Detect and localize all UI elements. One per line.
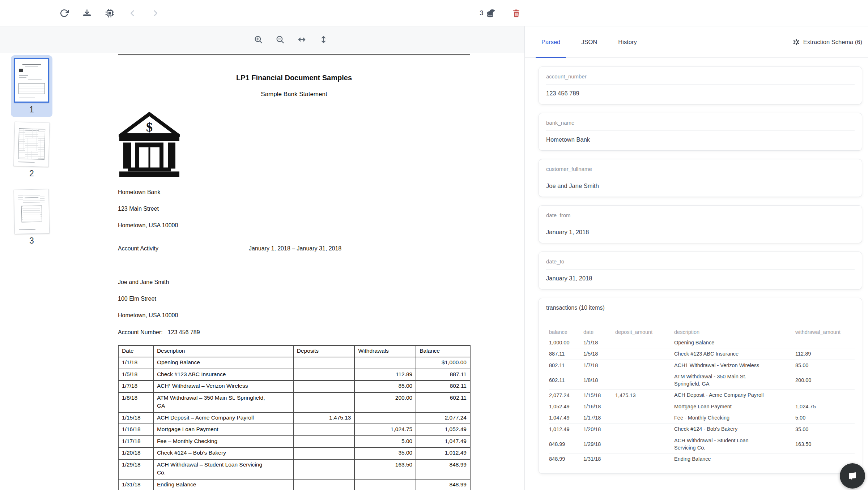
extraction-schema-button[interactable]: Extraction Schema (6) — [792, 26, 862, 57]
toolbar-left-group — [59, 0, 161, 26]
page-thumbnail-rail: 1 2 — [0, 53, 63, 490]
col-balance: balance — [549, 329, 583, 335]
download-button[interactable] — [81, 8, 92, 18]
transaction-row: 1,012.491/20/18Check #124 - Bob's Bakery… — [549, 424, 855, 435]
tab-parsed[interactable]: Parsed — [536, 26, 566, 57]
page-thumbnail-1[interactable]: 1 — [11, 55, 52, 117]
zoom-out-button[interactable] — [275, 35, 285, 45]
refresh-button[interactable] — [59, 8, 69, 18]
document-title: LP1 Financial Document Samples — [118, 74, 470, 82]
table-row: 1/8/18ATM Withdrawal – 350 Main St. Spri… — [118, 392, 470, 412]
tab-history[interactable]: History — [612, 26, 642, 57]
transactions-card[interactable]: transactions (10 items) balance date dep… — [539, 298, 862, 474]
previous-document-button[interactable] — [127, 8, 138, 18]
credits-count: 3 — [480, 9, 484, 17]
account-number-line: Account Number: 123 456 789 — [118, 329, 470, 336]
panel-tab-bar: Parsed JSON History — [525, 26, 868, 58]
top-toolbar: 3 — [0, 0, 868, 26]
chevron-left-icon — [128, 9, 137, 18]
zoom-in-button[interactable] — [253, 35, 263, 45]
field-label: date_to — [546, 258, 855, 270]
thumbnail-page-number: 2 — [29, 167, 34, 180]
customer-name-line: Joe and Jane Smith — [118, 279, 470, 285]
table-row: 1/16/18Mortgage Loan Payment1,024.751,05… — [118, 424, 470, 435]
field-label: customer_fullname — [546, 166, 855, 177]
fit-width-icon — [297, 35, 306, 44]
extraction-schema-label: Extraction Schema (6) — [803, 39, 862, 46]
field-card-date-from[interactable]: date_from January 1, 2018 — [539, 205, 862, 243]
thumbnail-page-number: 1 — [29, 103, 34, 116]
table-row: 1/7/18ACH¹ Withdrawal – Verizon Wireless… — [118, 381, 470, 392]
page-thumbnail-2[interactable]: 2 — [14, 122, 49, 180]
toolbar-right-group: 3 — [480, 0, 522, 26]
field-value: Joe and Jane Smith — [546, 177, 855, 189]
field-card-account-number[interactable]: account_number 123 456 789 — [539, 66, 862, 104]
customer-city-line: Hometown, USA 10000 — [118, 313, 470, 318]
bank-city-line: Hometown, USA 10000 — [118, 223, 470, 228]
transaction-row: 2,077.241/15/181,475.13ACH Deposit - Acm… — [549, 390, 855, 401]
tab-json[interactable]: JSON — [575, 26, 603, 57]
trash-icon — [512, 9, 521, 18]
field-card-date-to[interactable]: date_to January 31, 2018 — [539, 252, 862, 289]
fit-height-button[interactable] — [318, 35, 328, 45]
delete-document-button[interactable] — [511, 8, 522, 18]
bank-street-line: 123 Main Street — [118, 206, 470, 212]
transaction-row: 1,052.491/16/18Mortgage Loan Payment1,02… — [549, 401, 855, 412]
bank-building-icon: $ — [119, 112, 180, 179]
field-value: Hometown Bank — [546, 131, 855, 143]
account-activity-label: Account Activity — [118, 245, 158, 252]
next-document-button[interactable] — [150, 8, 161, 18]
table-row: 1/15/18ACH Deposit – Acme Company Payrol… — [118, 412, 470, 424]
extraction-panel: Parsed JSON History — [524, 26, 868, 490]
header-deposits: Deposits — [293, 345, 355, 357]
transaction-row: 848.991/31/18Ending Balance — [549, 454, 855, 464]
thumbnail-page-preview — [13, 121, 50, 167]
fit-width-button[interactable] — [297, 35, 307, 45]
chat-widget-button[interactable] — [840, 463, 865, 489]
field-value: January 1, 2018 — [546, 223, 855, 236]
thumbnail-page-preview — [14, 58, 49, 103]
transaction-row: 602.111/8/18ATM Withdrawal - 350 Main St… — [549, 371, 855, 390]
col-date: date — [583, 329, 615, 335]
table-row: 1/1/18Opening Balance$1,000.00 — [118, 357, 470, 369]
customer-street-line: 100 Elm Street — [118, 296, 470, 302]
transaction-row: 802.111/7/18ACH1 Withdrawal - Verizon Wi… — [549, 360, 855, 371]
header-balance: Balance — [416, 345, 470, 357]
table-row: 1/29/18ACH Withdrawal – Student Loan Ser… — [118, 459, 470, 479]
page-top-rule — [118, 54, 470, 55]
openai-logo-icon — [792, 38, 800, 46]
table-row: 1/17/18Fee – Monthly Checking5.001,047.4… — [118, 436, 470, 447]
thumbnail-page-preview — [14, 189, 50, 234]
thumbnail-page-number: 3 — [29, 234, 34, 248]
col-withdrawal-amount: withdrawal_amount — [795, 329, 855, 335]
table-row: 1/31/18Ending Balance848.99 — [118, 479, 470, 490]
field-card-bank-name[interactable]: bank_name Hometown Bank — [539, 113, 862, 151]
table-row: 1/20/18Check #124 – Bob’s Bakery35.001,0… — [118, 447, 470, 459]
transaction-row: 887.111/5/18Check #123 ABC Insurance112.… — [549, 348, 855, 360]
cpu-chip-icon — [105, 9, 114, 18]
statement-table: Date Description Deposits Withdrawals Ba… — [118, 345, 471, 490]
process-button[interactable] — [104, 8, 115, 18]
credits-counter: 3 — [480, 8, 496, 18]
transactions-title: transactions (10 items) — [546, 305, 855, 316]
page-thumbnail-3[interactable]: 3 — [14, 185, 49, 248]
transaction-row: 848.991/29/18ACH Withdrawal - Student Lo… — [549, 435, 855, 454]
document-canvas[interactable]: LP1 Financial Document Samples Sample Ba… — [63, 53, 524, 490]
chevron-right-icon — [151, 9, 160, 18]
col-description: description — [674, 329, 795, 335]
transactions-header-row: balance date deposit_amount description … — [549, 327, 855, 337]
chat-bubble-icon — [847, 470, 858, 482]
svg-text:$: $ — [146, 120, 153, 134]
field-card-customer-fullname[interactable]: customer_fullname Joe and Jane Smith — [539, 159, 862, 197]
refresh-icon — [60, 9, 69, 18]
statement-table-header-row: Date Description Deposits Withdrawals Ba… — [118, 345, 470, 357]
document-viewer: 1 2 — [0, 26, 524, 490]
account-number-value: 123 456 789 — [168, 329, 200, 336]
transactions-table: balance date deposit_amount description … — [546, 327, 855, 466]
col-deposit-amount: deposit_amount — [615, 329, 674, 335]
bank-name-line: Hometown Bank — [118, 189, 470, 195]
field-value: January 31, 2018 — [546, 270, 855, 282]
parsed-fields-list[interactable]: account_number 123 456 789 bank_name Hom… — [525, 58, 868, 490]
zoom-out-icon — [276, 35, 285, 44]
field-label: bank_name — [546, 120, 855, 131]
